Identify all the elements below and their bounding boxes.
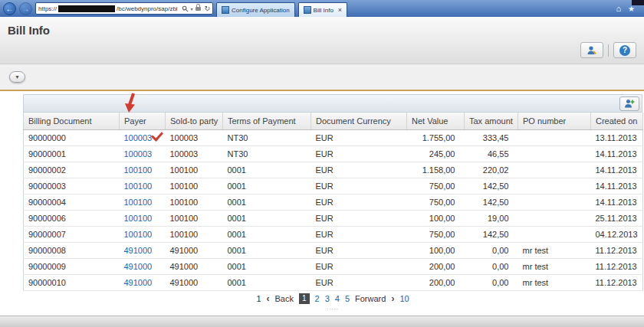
bill-table: Billing Document Payer Sold-to party Ter… [23, 113, 643, 291]
cell-document-currency: EUR [311, 162, 407, 178]
tab-close-icon[interactable]: × [338, 7, 342, 13]
cell-net-value: 100,00 [407, 210, 465, 226]
page-last[interactable]: 10 [399, 294, 409, 303]
search-icon[interactable] [182, 5, 189, 12]
table-row[interactable]: 900000041001001001000001EUR750,00142,501… [24, 194, 643, 210]
page-link[interactable]: 3 [325, 294, 330, 303]
address-bar[interactable]: https:// /bc/webdynpro/sap/zbi ▾ ↻ [35, 2, 213, 15]
page-current[interactable]: 1 [299, 293, 310, 304]
cell-net-value: 750,00 [407, 178, 465, 194]
cell-document-currency: EUR [311, 194, 407, 210]
cell-payer[interactable]: 491000 [120, 242, 166, 258]
cell-tax-amount: 46,55 [465, 146, 518, 162]
url-redacted-block [58, 5, 115, 12]
page-header: Bill Info ? [0, 17, 644, 64]
tab-configure-application[interactable]: Configure Application [216, 2, 295, 17]
cell-terms-of-payment: 0001 [223, 210, 311, 226]
cell-po-number [518, 178, 591, 194]
cell-terms-of-payment: 0001 [223, 242, 311, 258]
cell-sold-to-party: 100100 [166, 210, 223, 226]
pagination: 1 ‹ Back 12345 Forward › 10 [23, 292, 642, 306]
cell-document-currency: EUR [311, 210, 407, 226]
lock-icon [196, 7, 201, 11]
table-row[interactable]: 900000084910004910000001EUR100,000,00mr … [24, 242, 643, 258]
cell-tax-amount: 220,02 [465, 162, 518, 178]
cell-tax-amount: 142,50 [465, 226, 518, 242]
cell-created-on: 25.11.2013 [591, 210, 643, 226]
forward-button[interactable]: Forward [355, 294, 386, 303]
caret-down-icon[interactable]: ▾ [190, 6, 192, 11]
selection-panel: ▼ [0, 64, 644, 90]
table-row[interactable]: 900000021001001001000001EUR1.158,00220,0… [24, 162, 643, 178]
favorites-icon[interactable]: ★ [628, 5, 635, 13]
col-billing-document[interactable]: Billing Document [24, 113, 120, 129]
cell-payer[interactable]: 100003 [120, 146, 166, 162]
cell-created-on: 11.12.2013 [591, 274, 643, 290]
table-row[interactable]: 90000000100003100003NT30EUR1.755,00333,4… [24, 129, 643, 146]
cell-sold-to-party: 491000 [166, 242, 223, 258]
back-button[interactable]: Back [275, 294, 294, 303]
page-link[interactable]: 2 [315, 294, 320, 303]
col-net-value[interactable]: Net Value [407, 113, 465, 129]
cell-payer[interactable]: 491000 [120, 274, 166, 290]
help-button[interactable]: ? [613, 42, 636, 58]
col-po-number[interactable]: PO number [518, 113, 591, 129]
window-controls[interactable] [632, 0, 644, 5]
panel-expand-button[interactable]: ▼ [9, 71, 25, 83]
col-created-on[interactable]: Created on [591, 113, 643, 129]
cell-payer[interactable]: 100100 [120, 210, 166, 226]
cell-created-on: 13.11.2013 [591, 129, 643, 146]
cell-billing-document: 90000000 [24, 129, 120, 146]
cell-terms-of-payment: NT30 [223, 129, 311, 146]
table-resize-grip[interactable]: ..... [23, 306, 642, 310]
col-sold-to-party[interactable]: Sold-to party [166, 113, 223, 129]
table-row[interactable]: 900000094910004910000001EUR200,000,00mr … [24, 258, 643, 274]
url-prefix: https:// [38, 5, 57, 12]
col-terms-of-payment[interactable]: Terms of Payment [223, 113, 311, 129]
cell-sold-to-party: 100100 [166, 226, 223, 242]
cell-po-number [518, 210, 591, 226]
cell-billing-document: 90000006 [24, 210, 120, 226]
header-actions: ? [580, 42, 636, 58]
table-row[interactable]: 900000031001001001000001EUR750,00142,501… [24, 178, 643, 194]
page-first[interactable]: 1 [256, 294, 261, 303]
cell-payer[interactable]: 100100 [120, 162, 166, 178]
cell-tax-amount: 333,45 [465, 129, 518, 146]
browser-forward-button[interactable]: → [19, 2, 32, 15]
col-tax-amount[interactable]: Tax amount [465, 113, 518, 129]
cell-payer[interactable]: 100100 [120, 194, 166, 210]
table-row[interactable]: 900000061001001001000001EUR100,0019,0025… [24, 210, 643, 226]
table-row[interactable]: 900000071001001001000001EUR750,00142,500… [24, 226, 643, 242]
cell-document-currency: EUR [311, 258, 407, 274]
page-link[interactable]: 4 [335, 294, 340, 303]
add-user-button[interactable] [619, 96, 639, 111]
cell-tax-amount: 142,50 [465, 194, 518, 210]
cell-billing-document: 90000004 [24, 194, 120, 210]
personalize-button[interactable] [580, 42, 603, 58]
cell-net-value: 245,00 [407, 146, 465, 162]
cell-document-currency: EUR [311, 146, 407, 162]
table-header-row: Billing Document Payer Sold-to party Ter… [24, 113, 643, 129]
col-payer[interactable]: Payer [120, 113, 166, 129]
cell-billing-document: 90000010 [24, 274, 120, 290]
cell-payer[interactable]: 491000 [120, 258, 166, 274]
cell-payer[interactable]: 100100 [120, 178, 166, 194]
page-icon [304, 6, 311, 14]
table-row[interactable]: 900000104910004910000001EUR200,000,00mr … [24, 274, 643, 290]
cell-terms-of-payment: 0001 [223, 194, 311, 210]
tab-bill-info[interactable]: Bill Info × [298, 2, 348, 17]
home-icon[interactable]: ⌂ [616, 4, 621, 13]
cell-po-number [518, 146, 591, 162]
col-document-currency[interactable]: Document Currency [311, 113, 407, 129]
add-person-icon [624, 98, 635, 109]
cell-tax-amount: 19,00 [465, 210, 518, 226]
table-row[interactable]: 90000001100003100003NT30EUR245,0046,5514… [24, 146, 643, 162]
browser-back-button[interactable]: ← [3, 2, 16, 15]
cell-tax-amount: 0,00 [465, 274, 518, 290]
cell-payer[interactable]: 100100 [120, 226, 166, 242]
page-link[interactable]: 5 [345, 294, 350, 303]
cell-created-on: 14.11.2013 [591, 194, 643, 210]
refresh-icon[interactable]: ↻ [204, 5, 210, 12]
cell-created-on: 14.11.2013 [591, 146, 643, 162]
table-region: Billing Document Payer Sold-to party Ter… [23, 94, 642, 310]
